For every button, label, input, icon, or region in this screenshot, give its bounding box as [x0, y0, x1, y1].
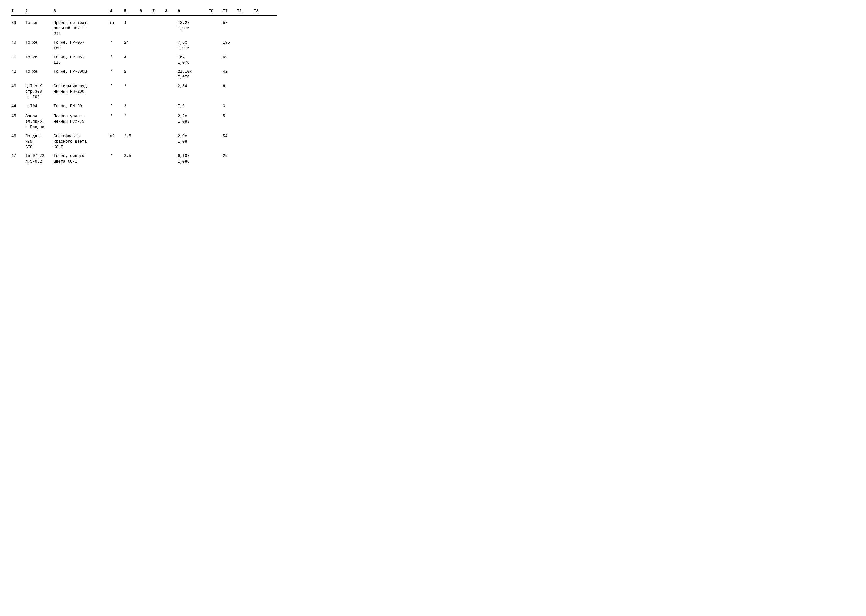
- cell-9-11: 25: [223, 153, 237, 159]
- cell-1-2: То же: [25, 20, 53, 26]
- cell-3-1: 4I: [11, 55, 25, 60]
- cell-2-3: То же, ПР-05-I50: [53, 40, 110, 51]
- header-col-10: IO: [209, 8, 223, 14]
- cell-3-4: ": [110, 55, 124, 60]
- cell-5-4: ": [110, 83, 124, 89]
- cell-1-3: Прожектор теат-ральный ПРУ-I-2I2: [53, 20, 110, 37]
- cell-7-2: Заводэл.приб.г.Гродно: [25, 114, 53, 130]
- cell-9-1: 47: [11, 153, 25, 159]
- header-col-6: 6: [140, 8, 152, 14]
- table-row: 42То жеТо же, ПР-300м"22I,I0xI,07642: [11, 68, 278, 82]
- cell-2-9: 7,6xI,076: [178, 40, 209, 51]
- cell-4-3: То же, ПР-300м: [53, 69, 110, 75]
- cell-3-11: 69: [223, 55, 237, 60]
- header-col-13: I3: [254, 8, 265, 14]
- cell-8-2: По дан-нымВТО: [25, 134, 53, 150]
- table-row: 40То жеТо же, ПР-05-I50"247,6xI,076I96: [11, 38, 278, 53]
- cell-5-1: 43: [11, 83, 25, 89]
- cell-6-9: I,6: [178, 104, 209, 109]
- cell-9-4: ": [110, 153, 124, 159]
- table-header: I 2 3 4 5 6 7 8 9 IO II I2 I3: [11, 8, 278, 16]
- cell-5-9: 2,84: [178, 83, 209, 89]
- cell-5-3: Светильник руд-ничный РН-200: [53, 83, 110, 94]
- cell-6-3: То же, РН-60: [53, 104, 110, 109]
- header-col-1: I: [11, 8, 25, 14]
- cell-6-5: 2: [124, 104, 140, 109]
- cell-6-2: п.I04: [25, 104, 53, 109]
- cell-7-9: 2,2xI,083: [178, 114, 209, 125]
- header-col-4: 4: [110, 8, 124, 14]
- cell-5-2: Ц.I ч.Устр.308п. I05: [25, 83, 53, 100]
- cell-5-5: 2: [124, 83, 140, 89]
- cell-9-2: I5-07-72п.5-052: [25, 153, 53, 164]
- table-row: 39То жеПрожектор теат-ральный ПРУ-I-2I2ш…: [11, 19, 278, 39]
- cell-7-4: ": [110, 114, 124, 119]
- header-col-11: II: [223, 8, 237, 14]
- cell-3-9: I6xI,076: [178, 55, 209, 66]
- cell-8-3: Светофильтркрасного цветаКС-I: [53, 134, 110, 150]
- cell-7-5: 2: [124, 114, 140, 119]
- data-table: 39То жеПрожектор теат-ральный ПРУ-I-2I2ш…: [11, 19, 278, 167]
- cell-9-3: То же, синегоцвета СС-I: [53, 153, 110, 164]
- cell-3-2: То же: [25, 55, 53, 60]
- cell-4-4: ": [110, 69, 124, 75]
- cell-6-1: 44: [11, 104, 25, 109]
- table-row: 44п.I04То же, РН-60"2I,63: [11, 102, 278, 112]
- table-row: 45Заводэл.приб.г.ГродноПлафон уплот-ненн…: [11, 112, 278, 132]
- cell-4-2: То же: [25, 69, 53, 75]
- cell-6-4: ": [110, 104, 124, 109]
- cell-2-1: 40: [11, 40, 25, 46]
- header-col-3: 3: [53, 8, 110, 14]
- cell-8-4: м2: [110, 134, 124, 139]
- cell-8-9: 2,0xI,08: [178, 134, 209, 145]
- cell-8-5: 2,5: [124, 134, 140, 139]
- cell-1-5: 4: [124, 20, 140, 26]
- cell-8-11: 54: [223, 134, 237, 139]
- header-col-2: 2: [25, 8, 53, 14]
- cell-7-1: 45: [11, 114, 25, 119]
- cell-8-1: 46: [11, 134, 25, 139]
- cell-2-4: ": [110, 40, 124, 46]
- cell-3-5: 4: [124, 55, 140, 60]
- cell-2-5: 24: [124, 40, 140, 46]
- cell-4-9: 2I,I0xI,076: [178, 69, 209, 80]
- cell-1-9: I3,2xI,076: [178, 20, 209, 31]
- cell-1-11: 57: [223, 20, 237, 26]
- cell-9-9: 9,I0xI,086: [178, 153, 209, 164]
- table-row: 47I5-07-72п.5-052То же, синегоцвета СС-I…: [11, 152, 278, 166]
- table-row: 43Ц.I ч.Устр.308п. I05Светильник руд-нич…: [11, 82, 278, 102]
- cell-2-2: То же: [25, 40, 53, 46]
- cell-3-3: То же, ПР-05-II5: [53, 55, 110, 66]
- cell-5-11: 6: [223, 83, 237, 89]
- cell-7-3: Плафон уплот-ненный ПСХ-75: [53, 114, 110, 125]
- header-col-7: 7: [152, 8, 165, 14]
- cell-9-5: 2,5: [124, 153, 140, 159]
- cell-1-4: шт: [110, 20, 124, 26]
- header-col-9: 9: [178, 8, 209, 14]
- header-col-12: I2: [237, 8, 254, 14]
- table-row: 4IТо жеТо же, ПР-05-II5"4I6xI,07669: [11, 53, 278, 68]
- table-row: 46По дан-нымВТОСветофильтркрасного цвета…: [11, 132, 278, 152]
- cell-7-11: 5: [223, 114, 237, 119]
- cell-2-11: I96: [223, 40, 237, 46]
- cell-6-11: 3: [223, 104, 237, 109]
- header-col-8: 8: [165, 8, 178, 14]
- cell-4-11: 42: [223, 69, 237, 75]
- cell-4-1: 42: [11, 69, 25, 75]
- header-col-5: 5: [124, 8, 140, 14]
- cell-4-5: 2: [124, 69, 140, 75]
- cell-1-1: 39: [11, 20, 25, 26]
